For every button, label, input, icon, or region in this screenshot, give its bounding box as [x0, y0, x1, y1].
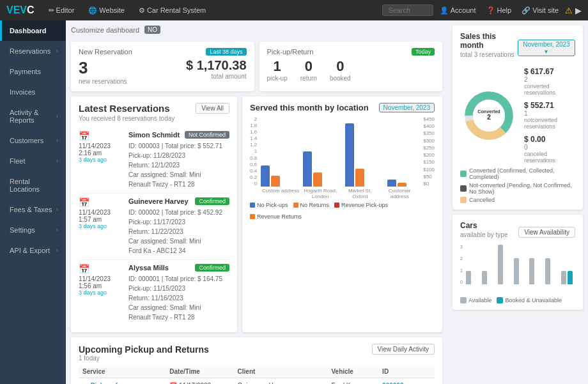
- bar-pickup-4: [387, 180, 396, 187]
- legend-converted-label: Converted (Confirmed, Collected, Complet…: [469, 167, 575, 180]
- top-nav-right: 👤 Account ❓ Help 🔗 Visit site ⚠ ▶: [382, 4, 582, 16]
- booked-col: 0 booked: [330, 58, 351, 82]
- cancelled-amount: $ 0.00: [524, 135, 575, 144]
- legend-available-label: Available: [468, 297, 491, 303]
- sidebar-item-customers[interactable]: Customers ›: [0, 130, 66, 151]
- legend-sq-cancelled: [460, 197, 467, 203]
- warning-icon[interactable]: ⚠: [565, 6, 573, 15]
- bar-pickup-1: [261, 165, 270, 187]
- sidebar-item-dashboard[interactable]: Dashboard: [0, 20, 66, 41]
- new-reservation-amount-label: total amount: [186, 73, 247, 80]
- sales-legend: Converted (Confirmed, Collected, Complet…: [460, 167, 575, 203]
- sales-month-selector[interactable]: November, 2023 ▾: [518, 40, 575, 56]
- res-status-2: Confirmed: [195, 197, 229, 205]
- upcoming-table: Service Date/Time Client Vehicle ID ▲ Pi…: [79, 365, 435, 384]
- x-label-1: Custom address: [261, 188, 300, 199]
- res-name-3: Alyssa Mills: [128, 264, 169, 272]
- sidebar-item-settings[interactable]: Settings ›: [0, 220, 66, 240]
- customize-label: Customize dashboard: [71, 26, 139, 34]
- sidebar-item-fleet[interactable]: Fleet ›: [0, 151, 66, 171]
- col-datetime: Date/Time: [166, 365, 233, 378]
- car-bar-avail-1: [466, 271, 471, 284]
- donut-stats: $ 617.67 2 converted reservations $ 552.…: [524, 67, 575, 164]
- cars-header: Cars available by type View Availability: [460, 221, 575, 243]
- sidebar-item-reservations[interactable]: Reservations ›: [0, 41, 66, 61]
- legend-label-pickups: No Pick-ups: [257, 202, 288, 208]
- expand-icon[interactable]: ▶: [575, 6, 582, 15]
- booked-count: 0: [330, 58, 351, 75]
- customize-bar: Customize dashboard NO: [71, 26, 442, 34]
- car-bar-group-6: [545, 258, 559, 284]
- res-name-1: Simon Schmidt: [128, 131, 180, 139]
- middle-row: Latest Reservations View All You receive…: [71, 96, 442, 332]
- reservations-sub: You received 8 reservations today: [79, 115, 229, 122]
- res-name-2: Guinevere Harvey: [128, 197, 189, 205]
- sales-card: Sales this month total 3 reservations No…: [453, 26, 583, 210]
- car-bar-group-2: [482, 271, 496, 284]
- car-bar-avail-7: [561, 271, 566, 284]
- sidebar-item-fees[interactable]: Fees & Taxes ›: [0, 199, 66, 220]
- legend-dot-rev-returns: [250, 214, 255, 219]
- legend-no-pickups: No Pick-ups: [250, 202, 288, 208]
- new-reservation-title: New Reservation Last 38 days: [79, 48, 247, 56]
- return-count: 0: [300, 58, 317, 75]
- chart-area: Custom address Hogarth Road,London Marke…: [261, 116, 419, 199]
- customize-toggle[interactable]: NO: [144, 26, 160, 34]
- cars-title: Cars: [460, 221, 508, 230]
- top-cards: New Reservation Last 38 days 3 new reser…: [71, 42, 442, 91]
- vehicle-cell-1: Ford Ka,ABC12 34: [327, 378, 378, 385]
- sales-sub: total 3 reservations: [460, 51, 518, 58]
- sales-title: Sales this month: [460, 32, 518, 50]
- legend-label-returns: No Returns: [300, 202, 330, 208]
- sidebar-item-api[interactable]: API & Export ›: [0, 240, 66, 261]
- not-converted-count: 1: [524, 110, 575, 117]
- nav-editor[interactable]: ✏ Editor: [43, 6, 80, 15]
- legend-booked: Booked & Unavailable: [497, 297, 562, 303]
- chart-body: 21.81.61.41.210.80.60.40.20: [250, 116, 435, 199]
- legend-revenue-pickups: Revenue Pick-ups: [334, 202, 388, 208]
- nav-website[interactable]: 🌐 Website: [83, 6, 130, 15]
- legend-not-converted-label: Not-converted (Pending, Not Confirmed, N…: [469, 182, 575, 195]
- sidebar-item-activity[interactable]: Activity & Reports ›: [0, 102, 66, 130]
- donut-container: Converted 2 $ 617.67 2 converted reserva…: [460, 67, 575, 164]
- col-client: Client: [234, 365, 328, 378]
- logo[interactable]: VEVC: [6, 4, 35, 16]
- search-input[interactable]: [382, 4, 433, 16]
- view-daily-button[interactable]: View Daily Activity: [372, 344, 435, 355]
- bar-pickup-3: [345, 123, 354, 187]
- month-selector[interactable]: November, 2023: [379, 103, 435, 112]
- view-availability-button[interactable]: View Availability: [518, 227, 575, 238]
- reservation-item-2: 📅 11/14/20231:57 am 3 days ago Guinevere…: [79, 194, 229, 260]
- served-chart-section: Served this month by location November, …: [242, 96, 442, 332]
- res-date-text-3: 11/14/20231:56 am: [79, 275, 123, 289]
- donut-chart: Converted 2: [460, 87, 518, 144]
- x-label-3: Market St,Oxford: [340, 188, 380, 199]
- nav-car-rental[interactable]: ⚙ Car Rental System: [134, 6, 211, 15]
- res-info-3: Alyssa Mills Confirmed ID: 000001 | Tota…: [128, 264, 229, 322]
- account-icon[interactable]: 👤 Account: [436, 6, 479, 15]
- visit-site-icon[interactable]: 🔗 Visit site: [518, 6, 562, 15]
- res-detail-1: ID: 000003 | Total price: $ 552.71 Pick-…: [128, 141, 229, 189]
- bar-group-4: [387, 180, 419, 187]
- help-icon[interactable]: ❓ Help: [483, 6, 516, 15]
- sidebar-item-invoices[interactable]: Invoices: [0, 82, 66, 102]
- view-all-button[interactable]: View All: [196, 103, 229, 114]
- res-ago-3: 3 days ago: [79, 289, 123, 296]
- sidebar-item-locations[interactable]: Rental Locations: [0, 171, 66, 199]
- chart-title: Served this month by location: [250, 103, 369, 112]
- bar-pickup-2: [303, 151, 312, 187]
- car-bar-avail-6: [545, 258, 550, 284]
- res-date-3: 📅 11/14/20231:56 am 3 days ago: [79, 264, 123, 322]
- cars-y-axis: 3210: [460, 245, 464, 284]
- res-info-2: Guinevere Harvey Confirmed ID: 000002 | …: [128, 197, 229, 256]
- sales-header: Sales this month total 3 reservations No…: [460, 32, 575, 63]
- chart-header: Served this month by location November, …: [250, 103, 435, 112]
- reservations-header: Latest Reservations View All: [79, 103, 229, 114]
- not-converted-stat: $ 552.71 1 notconverted reservations: [524, 101, 575, 130]
- cancelled-count: 0: [524, 144, 575, 151]
- sidebar-item-payments[interactable]: Payments: [0, 61, 66, 82]
- converted-label: converted reservations: [524, 83, 575, 96]
- legend-label-rev-pickups: Revenue Pick-ups: [341, 202, 388, 208]
- legend-dot-rev-pickups: [334, 203, 339, 208]
- bar-return-2: [313, 173, 322, 187]
